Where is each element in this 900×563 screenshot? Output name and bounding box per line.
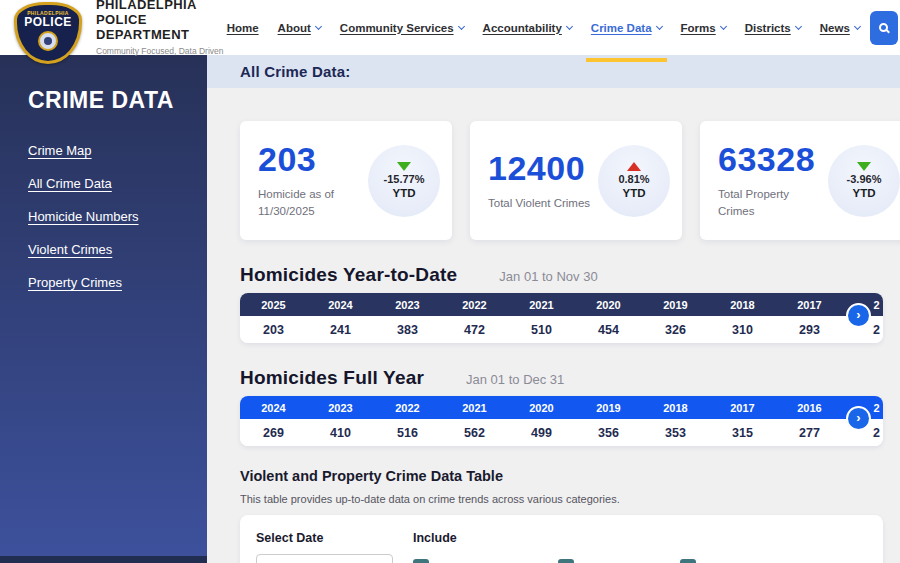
nav-item-label: Districts xyxy=(745,22,791,34)
include-label: Include xyxy=(413,531,782,545)
chevron-right-icon: › xyxy=(856,308,860,321)
value-cell: 326 xyxy=(642,323,709,337)
sidebar-item-homicide-numbers[interactable]: Homicide Numbers xyxy=(0,200,207,233)
stat-change: -15.77% xyxy=(384,173,425,185)
stat-label: Total Violent Crimes xyxy=(488,195,593,212)
sidebar-item-violent-crimes[interactable]: Violent Crimes xyxy=(0,233,207,266)
value-cell: 241 xyxy=(307,323,374,337)
nav-item-accountability[interactable]: Accountability xyxy=(483,22,572,34)
brand-line1: PHILADELPHIA xyxy=(96,0,227,12)
stat-period: YTD xyxy=(393,187,416,199)
ytd-section-subtitle: Jan 01 to Nov 30 xyxy=(499,269,597,284)
value-cell: 269 xyxy=(240,426,307,440)
main-content: 203 Homicide as of 11/30/2025 -15.77% YT… xyxy=(207,88,900,563)
triangle-down-icon xyxy=(857,162,871,171)
stat-card-homicide: 203 Homicide as of 11/30/2025 -15.77% YT… xyxy=(240,121,452,240)
year-header-cell: 2021 xyxy=(508,299,575,311)
value-cell: 293 xyxy=(776,323,843,337)
checkbox-past-two-weeks[interactable]: ✓ PAST TWO WEEKS xyxy=(413,559,535,563)
nav-item-about[interactable]: About xyxy=(278,22,321,34)
nav-item-news[interactable]: News xyxy=(820,22,860,34)
ytd-section-title: Homicides Year-to-Date xyxy=(240,264,457,286)
value-cell: 356 xyxy=(575,426,642,440)
triangle-up-icon xyxy=(627,162,641,171)
triangle-down-icon xyxy=(397,162,411,171)
nav-item-label: Crime Data xyxy=(591,22,652,34)
chevron-down-icon xyxy=(566,22,573,29)
stat-label: Homicide as of 11/30/2025 xyxy=(258,186,363,220)
year-header-cell: 2018 xyxy=(709,299,776,311)
checkbox-year-to-date[interactable]: ✓ YEAR TO DATE xyxy=(680,559,783,563)
checkbox-past-28-days[interactable]: ✓ PAST 28 DAYS xyxy=(558,559,657,563)
nav-item-community-services[interactable]: Community Services xyxy=(340,22,464,34)
search-icon xyxy=(879,23,888,32)
nav-item-label: About xyxy=(278,22,311,34)
checkbox-row: ✓ PAST TWO WEEKS ✓ PAST 28 DAYS ✓ YEAR T… xyxy=(413,559,782,563)
value-cell: 499 xyxy=(508,426,575,440)
sidebar-item-all-crime-data[interactable]: All Crime Data xyxy=(0,167,207,200)
ytd-section-header: Homicides Year-to-Date Jan 01 to Nov 30 xyxy=(240,264,900,286)
nav-item-crime-data[interactable]: Crime Data xyxy=(591,22,662,34)
full-year-table-header-row: 2024 2023 2022 2021 2020 2019 2018 2017 … xyxy=(240,396,883,419)
year-header-cell: 2017 xyxy=(776,299,843,311)
search-button[interactable] xyxy=(870,11,898,45)
full-year-section-subtitle: Jan 01 to Dec 31 xyxy=(466,372,564,387)
year-header-cell: 2020 xyxy=(575,299,642,311)
year-header-cell: 2016 xyxy=(776,402,843,414)
sidebar-nav: Crime Map All Crime Data Homicide Number… xyxy=(0,134,207,299)
value-cell: 383 xyxy=(374,323,441,337)
year-header-cell: 2023 xyxy=(307,402,374,414)
chevron-down-icon xyxy=(795,22,802,29)
stat-card-violent-crimes: 12400 Total Violent Crimes 0.81% YTD xyxy=(470,121,682,240)
police-badge-logo[interactable]: PHILADELPHIA POLICE xyxy=(14,2,84,66)
chevron-down-icon xyxy=(656,22,663,29)
stat-value: 63328 xyxy=(718,141,828,177)
year-header-cell: 2017 xyxy=(709,402,776,414)
nav-item-label: Home xyxy=(227,22,259,34)
value-cell: 510 xyxy=(508,323,575,337)
nav-item-districts[interactable]: Districts xyxy=(745,22,801,34)
value-cell: 315 xyxy=(709,426,776,440)
year-header-cell: 2021 xyxy=(441,402,508,414)
stat-value: 12400 xyxy=(488,150,598,186)
value-cell: 410 xyxy=(307,426,374,440)
stat-change-indicator: 0.81% YTD xyxy=(598,145,670,217)
full-year-homicides-table: 2024 2023 2022 2021 2020 2019 2018 2017 … xyxy=(240,396,883,446)
value-cell: 454 xyxy=(575,323,642,337)
page-title: All Crime Data: xyxy=(240,63,351,80)
value-cell: 277 xyxy=(776,426,843,440)
value-cell: 353 xyxy=(642,426,709,440)
chevron-down-icon xyxy=(854,22,861,29)
select-date-label: Select Date xyxy=(256,531,393,545)
date-input[interactable] xyxy=(256,554,393,563)
nav-item-forms[interactable]: Forms xyxy=(681,22,726,34)
sidebar-item-property-crimes[interactable]: Property Crimes xyxy=(0,266,207,299)
year-header-cell: 2018 xyxy=(642,402,709,414)
stat-value: 203 xyxy=(258,141,368,177)
full-year-table-value-row: 269 410 516 562 499 356 353 315 277 2 xyxy=(240,419,883,446)
stat-change-indicator: -15.77% YTD xyxy=(368,145,440,217)
year-header-cell: 2019 xyxy=(575,402,642,414)
stat-period: YTD xyxy=(853,187,876,199)
badge-shield: PHILADELPHIA POLICE xyxy=(14,2,82,64)
select-date-group: Select Date xyxy=(256,531,393,563)
chevron-right-icon: › xyxy=(856,411,860,424)
year-header-cell: 2025 xyxy=(240,299,307,311)
stat-change: -3.96% xyxy=(847,173,882,185)
sidebar-item-crime-map[interactable]: Crime Map xyxy=(0,134,207,167)
year-header-cell: 2020 xyxy=(508,402,575,414)
sidebar-footer-strip xyxy=(0,556,207,563)
value-cell: 310 xyxy=(709,323,776,337)
chevron-down-icon xyxy=(720,22,727,29)
chevron-down-icon xyxy=(458,22,465,29)
year-header-cell: 2023 xyxy=(374,299,441,311)
stat-change-indicator: -3.96% YTD xyxy=(828,145,900,217)
nav-item-home[interactable]: Home xyxy=(227,22,259,34)
checkbox-checked-icon: ✓ xyxy=(413,559,429,563)
full-year-table-next-button[interactable]: › xyxy=(846,406,871,431)
ytd-table-next-button[interactable]: › xyxy=(846,303,871,328)
nav-item-label: Accountability xyxy=(483,22,562,34)
chevron-down-icon xyxy=(315,22,322,29)
year-header-cell: 2022 xyxy=(441,299,508,311)
page-banner: All Crime Data: xyxy=(207,55,900,88)
